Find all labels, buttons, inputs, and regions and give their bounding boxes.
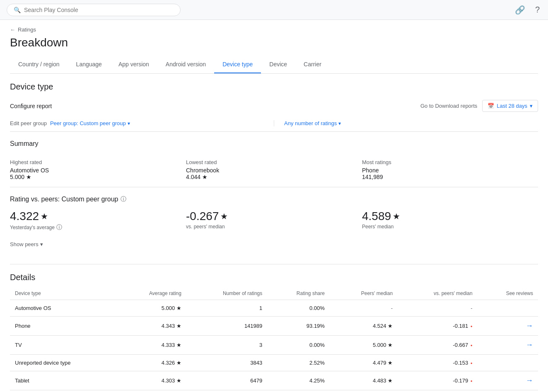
search-input[interactable]: [24, 7, 174, 13]
cell-device-type: Chromebook: [10, 390, 117, 392]
highest-rated-label: Highest rated: [10, 159, 186, 165]
negative-indicator: ●: [471, 361, 473, 365]
metric-avg-label: Yesterday's average ⓘ: [10, 224, 186, 231]
tab-device[interactable]: Device: [261, 56, 295, 73]
download-reports-link[interactable]: Go to Download reports: [420, 103, 477, 109]
cell-see-reviews: [478, 300, 538, 317]
cell-device-type: Tablet: [10, 371, 117, 390]
most-ratings-label: Most ratings: [362, 159, 538, 165]
page-title: Breakdown: [10, 34, 538, 56]
tab-country[interactable]: Country / region: [10, 56, 68, 73]
cell-see-reviews[interactable]: →: [478, 336, 538, 355]
cell-see-reviews[interactable]: →: [478, 390, 538, 392]
back-arrow: ←: [10, 27, 15, 33]
tab-bar: Country / region Language App version An…: [10, 56, 538, 74]
cell-num-ratings: 1: [186, 300, 267, 317]
cell-see-reviews: [478, 355, 538, 371]
cell-peers-median: 4.365 ★: [330, 390, 398, 392]
details-title: Details: [10, 264, 538, 287]
configure-right: Go to Download reports 📅 Last 28 days ▾: [420, 100, 538, 112]
tab-device-type[interactable]: Device type: [214, 56, 261, 73]
cell-avg-rating: 5.000 ★: [117, 300, 186, 317]
search-bar[interactable]: 🔍: [7, 4, 181, 16]
cell-see-reviews[interactable]: →: [478, 371, 538, 390]
avg-info-icon[interactable]: ⓘ: [56, 224, 62, 231]
table-row: TV4.333 ★30.00%5.000 ★-0.667 ●→: [10, 336, 538, 355]
cell-peers-median: 4.483 ★: [330, 371, 398, 390]
tab-language[interactable]: Language: [68, 56, 110, 73]
app-header: 🔍 🔗 ?: [0, 0, 548, 20]
calendar-icon: 📅: [488, 103, 494, 109]
metric-avg-label-text: Yesterday's average: [10, 225, 55, 230]
chevron-down-icon: ▾: [530, 103, 533, 109]
summary-most-ratings: Most ratings Phone 141,989: [362, 159, 538, 180]
cell-device-type: Unreported device type: [10, 355, 117, 371]
col-see-reviews: See reviews: [478, 287, 538, 300]
col-vs-peers: vs. peers' median: [398, 287, 478, 300]
lowest-rated-label: Lowest rated: [186, 159, 362, 165]
summary-title: Summary: [10, 132, 538, 152]
metric-avg-value: 4.322 ★: [10, 210, 186, 223]
help-button[interactable]: ?: [534, 3, 541, 16]
link-button[interactable]: 🔗: [513, 3, 527, 17]
metric-median-value: 4.589 ★: [362, 210, 538, 223]
table-row: Automotive OS5.000 ★10.00%--: [10, 300, 538, 317]
table-row: Tablet4.303 ★64794.25%4.483 ★-0.179 ●→: [10, 371, 538, 390]
metrics-row: 4.322 ★ Yesterday's average ⓘ -0.267 ★ v…: [10, 210, 538, 238]
negative-indicator: ●: [471, 344, 473, 347]
peer-group-text: Peer group: Custom peer group: [50, 120, 126, 126]
metric-peers-median: 4.589 ★ Peers' median: [362, 210, 538, 231]
search-icon: 🔍: [14, 7, 21, 13]
ratings-filter-text: Any number of ratings: [284, 120, 337, 126]
ratings-filter: Any number of ratings ▾: [274, 120, 538, 126]
see-reviews-link[interactable]: →: [526, 376, 533, 385]
cell-peers-median: -: [330, 300, 398, 317]
cell-device-type: TV: [10, 336, 117, 355]
peer-group-value[interactable]: Peer group: Custom peer group ▾: [50, 120, 130, 126]
configure-label: Configure report: [10, 103, 52, 109]
tab-app-version[interactable]: App version: [110, 56, 157, 73]
col-rating-share: Rating share: [267, 287, 330, 300]
table-row: Chromebook4.044 ★450.03%4.365 ★-0.321 ●→: [10, 390, 538, 392]
negative-indicator: ●: [471, 379, 473, 383]
show-peers-container: Show peers ▾: [10, 238, 538, 264]
breadcrumb-label: Ratings: [18, 27, 36, 33]
see-reviews-link[interactable]: →: [526, 341, 533, 349]
cell-num-ratings: 141989: [186, 317, 267, 336]
metric-vs-number: -0.267: [186, 210, 219, 223]
metric-vs-peers: -0.267 ★ vs. peers' median: [186, 210, 362, 231]
see-reviews-link[interactable]: →: [526, 322, 533, 330]
table-row: Unreported device type4.326 ★38432.52%4.…: [10, 355, 538, 371]
cell-vs-peers: -0.179 ●: [398, 371, 478, 390]
show-peers-toggle[interactable]: Show peers ▾: [10, 238, 538, 254]
details-table: Device type Average rating Number of rat…: [10, 287, 538, 392]
breadcrumb[interactable]: ← Ratings: [10, 20, 538, 34]
filter-row: Edit peer group Peer group: Custom peer …: [10, 115, 538, 132]
cell-rating-share: 0.00%: [267, 336, 330, 355]
peers-section-title: Rating vs. peers: Custom peer group ⓘ: [10, 187, 538, 210]
metric-median-number: 4.589: [362, 210, 391, 223]
cell-rating-share: 0.03%: [267, 390, 330, 392]
main-content: ← Ratings Breakdown Country / region Lan…: [0, 20, 548, 392]
ratings-chevron: ▾: [338, 121, 341, 126]
highest-rated-name: Automotive OS: [10, 167, 186, 174]
ratings-filter-value[interactable]: Any number of ratings ▾: [284, 120, 538, 126]
cell-num-ratings: 45: [186, 390, 267, 392]
metric-vs-label: vs. peers' median: [186, 224, 362, 230]
negative-indicator: ●: [471, 324, 473, 328]
configure-report-row: Configure report Go to Download reports …: [10, 97, 538, 115]
most-ratings-value: 141,989: [362, 174, 538, 180]
cell-vs-peers: -0.153 ●: [398, 355, 478, 371]
cell-peers-median: 4.524 ★: [330, 317, 398, 336]
tab-carrier[interactable]: Carrier: [295, 56, 330, 73]
summary-grid: Highest rated Automotive OS 5.000 ★ Lowe…: [10, 152, 538, 187]
lowest-rated-name: Chromebook: [186, 167, 362, 174]
tab-android-version[interactable]: Android version: [157, 56, 214, 73]
summary-highest-rated: Highest rated Automotive OS 5.000 ★: [10, 159, 186, 180]
cell-peers-median: 5.000 ★: [330, 336, 398, 355]
cell-avg-rating: 4.333 ★: [117, 336, 186, 355]
info-icon[interactable]: ⓘ: [121, 196, 126, 203]
cell-see-reviews[interactable]: →: [478, 317, 538, 336]
date-range-button[interactable]: 📅 Last 28 days ▾: [482, 100, 538, 112]
show-peers-label: Show peers: [10, 241, 39, 247]
